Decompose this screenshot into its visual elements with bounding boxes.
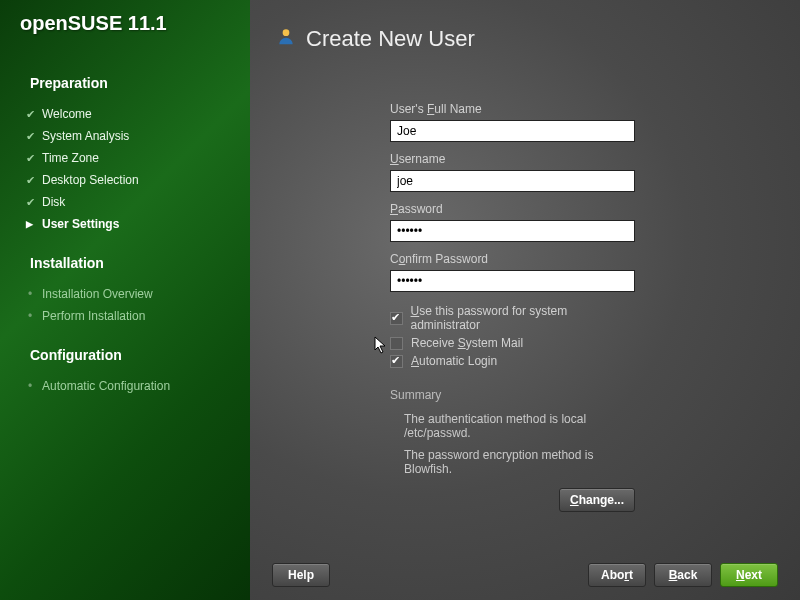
user-icon — [276, 26, 296, 52]
summary-line: The authentication method is local /etc/… — [390, 408, 630, 444]
fullname-input[interactable] — [390, 120, 635, 142]
fullname-label: User's Full Name — [390, 102, 630, 116]
sidebar-section-preparation: Preparation — [30, 75, 250, 91]
sidebar-section-configuration: Configuration — [30, 347, 250, 363]
sidebar-step-installation-overview: Installation Overview — [20, 283, 250, 305]
checkbox-icon — [390, 312, 403, 325]
autologin-checkbox-label: Automatic Login — [411, 354, 497, 368]
sidebar: openSUSE 11.1 PreparationWelcomeSystem A… — [0, 0, 250, 600]
main-panel: Create New User User's Full Name Usernam… — [250, 0, 800, 600]
sysadmin-checkbox-row[interactable]: Use this password for system administrat… — [390, 304, 630, 332]
sidebar-step-desktop-selection: Desktop Selection — [20, 169, 250, 191]
autologin-checkbox-row[interactable]: Automatic Login — [390, 354, 630, 368]
sidebar-step-perform-installation: Perform Installation — [20, 305, 250, 327]
sysadmin-checkbox-label: Use this password for system administrat… — [411, 304, 630, 332]
password-label: Password — [390, 202, 630, 216]
next-button[interactable]: Next — [720, 563, 778, 587]
sidebar-step-user-settings: User Settings — [20, 213, 250, 235]
product-logo: openSUSE 11.1 — [20, 12, 250, 35]
back-button[interactable]: Back — [654, 563, 712, 587]
username-label: Username — [390, 152, 630, 166]
checkbox-icon — [390, 337, 403, 350]
sidebar-step-system-analysis: System Analysis — [20, 125, 250, 147]
page-title: Create New User — [306, 26, 475, 52]
sidebar-step-automatic-configuration: Automatic Configuration — [20, 375, 250, 397]
svg-point-0 — [283, 29, 290, 36]
summary-line: The password encryption method is Blowfi… — [390, 444, 630, 480]
sysmail-checkbox-label: Receive System Mail — [411, 336, 523, 350]
sidebar-step-disk: Disk — [20, 191, 250, 213]
page-heading: Create New User — [250, 0, 800, 52]
checkbox-icon — [390, 355, 403, 368]
sidebar-step-time-zone: Time Zone — [20, 147, 250, 169]
confirm-input[interactable] — [390, 270, 635, 292]
summary-label: Summary — [390, 388, 630, 402]
sysmail-checkbox-row[interactable]: Receive System Mail — [390, 336, 630, 350]
help-button[interactable]: Help — [272, 563, 330, 587]
password-input[interactable] — [390, 220, 635, 242]
confirm-label: Confirm Password — [390, 252, 630, 266]
abort-button[interactable]: Abort — [588, 563, 646, 587]
change-button[interactable]: Change... — [559, 488, 635, 512]
bottom-bar: Help Abort Back Next — [250, 550, 800, 600]
sidebar-step-welcome: Welcome — [20, 103, 250, 125]
user-form: User's Full Name Username Password Confi… — [250, 52, 630, 512]
sidebar-section-installation: Installation — [30, 255, 250, 271]
username-input[interactable] — [390, 170, 635, 192]
